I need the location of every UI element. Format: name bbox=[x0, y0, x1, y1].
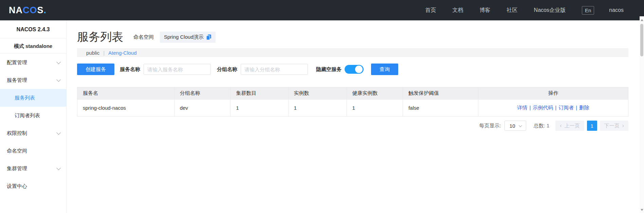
action-separator: | bbox=[576, 105, 577, 110]
scroll-up-arrow-icon[interactable] bbox=[640, 18, 644, 22]
sidebar-item-label: 集群管理 bbox=[7, 165, 27, 172]
page-size-label: 每页显示: bbox=[479, 123, 501, 129]
sidebar-item-config-management[interactable]: 配置管理 bbox=[0, 54, 66, 71]
column-header-group-name: 分组名称 bbox=[174, 87, 231, 100]
sample-code-link[interactable]: 示例代码 bbox=[533, 105, 553, 110]
user-menu[interactable]: nacos bbox=[609, 7, 624, 13]
query-button[interactable]: 查询 bbox=[371, 64, 398, 75]
prev-page-button[interactable]: ‹ 上一页 bbox=[555, 121, 584, 131]
sidebar-item-cluster-management[interactable]: 集群管理 bbox=[0, 160, 66, 177]
total-value: 1 bbox=[547, 123, 549, 128]
nav-item-enterprise[interactable]: Nacos企业版 bbox=[534, 7, 566, 14]
sidebar-item-namespace[interactable]: 命名空间 bbox=[0, 142, 66, 160]
group-name-label: 分组名称 bbox=[217, 66, 237, 73]
next-page-button[interactable]: 下一页 › bbox=[600, 121, 628, 131]
breadcrumb-current-link[interactable]: Ateng-Cloud bbox=[108, 50, 136, 56]
cell-service-name: spring-cloud-nacos bbox=[77, 100, 174, 117]
next-page-label: 下一页 bbox=[604, 123, 620, 129]
column-header-service-name: 服务名 bbox=[77, 87, 174, 100]
cell-group-name: dev bbox=[174, 100, 231, 117]
page-title: 服务列表 bbox=[77, 29, 123, 45]
copy-icon[interactable] bbox=[206, 34, 211, 40]
page-size-value: 10 bbox=[510, 123, 515, 129]
create-service-button[interactable]: 创建服务 bbox=[77, 64, 114, 75]
nav-item-docs[interactable]: 文档 bbox=[453, 7, 463, 14]
column-header-protect-threshold: 触发保护阈值 bbox=[403, 87, 478, 100]
nacos-logo[interactable]: NACOS. bbox=[9, 5, 47, 16]
scrollbar-thumb[interactable] bbox=[640, 24, 643, 56]
sidebar-item-label: 订阅者列表 bbox=[15, 112, 40, 119]
page-number-1[interactable]: 1 bbox=[587, 121, 597, 131]
nacos-console: NACOS. 首页 文档 博客 社区 Nacos企业版 En nacos NAC… bbox=[0, 0, 644, 213]
cell-healthy-instance-count: 1 bbox=[347, 100, 403, 117]
breadcrumb: public | Ateng-Cloud bbox=[77, 48, 628, 57]
page-size-select[interactable]: 10 bbox=[504, 121, 526, 131]
column-header-healthy-instance-count: 健康实例数 bbox=[347, 87, 403, 100]
namespace-label: 命名空间 bbox=[133, 34, 154, 40]
hide-empty-service-toggle[interactable] bbox=[345, 65, 364, 74]
cell-cluster-count: 1 bbox=[231, 100, 288, 117]
nav-item-home[interactable]: 首页 bbox=[425, 7, 436, 14]
toolbar: 创建服务 服务名称 分组名称 隐藏空服务 查询 bbox=[77, 64, 628, 75]
sidebar-item-label: 权限控制 bbox=[7, 130, 27, 137]
nav-item-community[interactable]: 社区 bbox=[507, 7, 518, 14]
sidebar-item-service-management[interactable]: 服务管理 bbox=[0, 71, 66, 89]
service-name-label: 服务名称 bbox=[120, 66, 140, 73]
chevron-down-icon bbox=[56, 77, 61, 82]
column-header-cluster-count: 集群数目 bbox=[231, 87, 288, 100]
content-area: 服务列表 命名空间 Spring Cloud演示 public | Ateng-… bbox=[67, 20, 644, 213]
cell-instance-count: 1 bbox=[288, 100, 347, 117]
action-separator: | bbox=[529, 105, 531, 110]
chevron-down-icon bbox=[56, 166, 61, 170]
total-count: 总数: 1 bbox=[534, 123, 550, 129]
nav-item-blog[interactable]: 博客 bbox=[480, 7, 491, 14]
sidebar: NACOS 2.4.3 模式 standalone 配置管理 服务管理 服务列表… bbox=[0, 20, 67, 213]
sidebar-item-settings-center[interactable]: 设置中心 bbox=[0, 177, 66, 195]
vertical-scrollbar[interactable] bbox=[640, 16, 644, 213]
logo-part: CO bbox=[23, 5, 37, 15]
logo-part: NA bbox=[9, 5, 23, 15]
service-table: 服务名 分组名称 集群数目 实例数 健康实例数 触发保护阈值 操作 spring… bbox=[77, 87, 628, 117]
sidebar-item-subscriber-list[interactable]: 订阅者列表 bbox=[0, 107, 66, 124]
breadcrumb-separator: | bbox=[103, 50, 105, 56]
sidebar-item-permission-control[interactable]: 权限控制 bbox=[0, 124, 66, 142]
mode-value: standalone bbox=[25, 43, 52, 49]
sidebar-item-label: 设置中心 bbox=[7, 183, 27, 190]
sidebar-item-label: 命名空间 bbox=[7, 148, 27, 154]
breadcrumb-namespace[interactable]: public bbox=[86, 50, 99, 56]
service-name-input[interactable] bbox=[144, 64, 211, 75]
column-header-operations: 操作 bbox=[478, 87, 628, 100]
navbar-links: 首页 文档 博客 社区 Nacos企业版 En nacos bbox=[409, 6, 628, 15]
version-label: NACOS 2.4.3 bbox=[0, 20, 66, 38]
mode-key: 模式 bbox=[14, 43, 24, 49]
hide-empty-service-label: 隐藏空服务 bbox=[316, 66, 342, 73]
namespace-tag[interactable]: Spring Cloud演示 bbox=[160, 32, 216, 43]
sidebar-item-label: 服务管理 bbox=[7, 77, 27, 84]
chevron-left-icon: ‹ bbox=[560, 123, 562, 129]
namespace-tag-label: Spring Cloud演示 bbox=[164, 34, 204, 40]
detail-link[interactable]: 详情 bbox=[517, 105, 527, 110]
column-header-instance-count: 实例数 bbox=[288, 87, 347, 100]
scroll-down-arrow-icon[interactable] bbox=[640, 208, 644, 212]
pagination: 每页显示: 10 总数: 1 ‹ 上一页 1 下一页 › bbox=[77, 121, 628, 131]
prev-page-label: 上一页 bbox=[565, 123, 580, 129]
sidebar-item-label: 配置管理 bbox=[7, 59, 27, 66]
chevron-down-icon bbox=[518, 124, 522, 127]
delete-link[interactable]: 删除 bbox=[579, 105, 589, 110]
table-header-row: 服务名 分组名称 集群数目 实例数 健康实例数 触发保护阈值 操作 bbox=[77, 87, 628, 100]
chevron-down-icon bbox=[56, 130, 61, 135]
language-toggle-button[interactable]: En bbox=[582, 6, 594, 15]
mode-label: 模式 standalone bbox=[0, 38, 66, 54]
table-row: spring-cloud-nacos dev 1 1 1 false 详情|示例… bbox=[77, 100, 628, 117]
top-navbar: NACOS. 首页 文档 博客 社区 Nacos企业版 En nacos bbox=[0, 0, 644, 20]
subscriber-link[interactable]: 订阅者 bbox=[558, 105, 574, 110]
action-separator: | bbox=[555, 105, 556, 110]
cell-operations: 详情|示例代码|订阅者|删除 bbox=[478, 100, 628, 117]
chevron-right-icon: › bbox=[622, 123, 624, 129]
group-name-input[interactable] bbox=[241, 64, 308, 75]
logo-part: . bbox=[44, 5, 47, 15]
total-label: 总数: bbox=[534, 123, 545, 128]
toggle-knob bbox=[355, 66, 363, 73]
page-header: 服务列表 命名空间 Spring Cloud演示 bbox=[77, 29, 628, 45]
sidebar-item-service-list[interactable]: 服务列表 bbox=[0, 89, 66, 107]
